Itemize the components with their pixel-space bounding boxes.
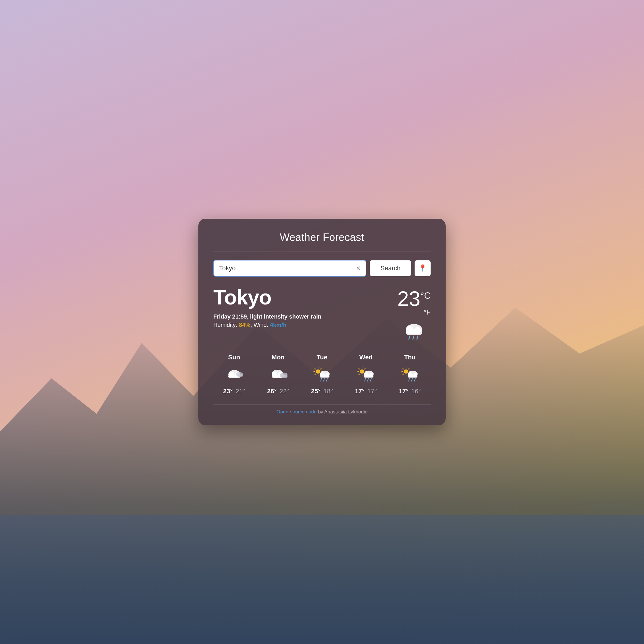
temp-high-thu: 17°: [399, 388, 408, 395]
day-name-wed: Wed: [359, 354, 373, 361]
forecast-icon-sun: [224, 366, 244, 383]
temp-high-mon: 26°: [267, 388, 277, 395]
day-name-thu: Thu: [404, 354, 415, 361]
location-pin-icon: 📍: [418, 264, 427, 272]
humidity-value: 84%: [239, 322, 250, 328]
forecast-icon-wed: [356, 366, 376, 383]
search-input-wrapper: ✕: [213, 260, 366, 277]
temp-low-sun: 21°: [235, 388, 245, 395]
svg-rect-48: [364, 375, 373, 377]
current-weather-icon: [400, 319, 428, 342]
search-button[interactable]: Search: [370, 260, 411, 276]
footer-suffix: by Anastasiia Lykhodid: [317, 409, 367, 415]
temp-low-mon: 22°: [279, 388, 289, 395]
day-name-sun: Sun: [228, 354, 240, 361]
clear-button[interactable]: ✕: [354, 264, 362, 272]
svg-line-4: [409, 336, 410, 339]
svg-line-33: [321, 378, 321, 381]
forecast-temps-tue: 25° 18°: [311, 388, 333, 395]
temp-high-wed: 17°: [355, 388, 365, 395]
city-name: Tokyo: [213, 287, 397, 308]
forecast-day-sun: Sun 23° 21°: [213, 354, 255, 395]
forecast-temps-mon: 26° 22°: [267, 388, 289, 395]
svg-line-65: [409, 378, 409, 381]
svg-line-35: [327, 378, 327, 381]
temp-value: 23: [397, 287, 420, 310]
svg-line-5: [413, 336, 414, 339]
svg-line-25: [315, 368, 316, 369]
temp-low-tue: 18°: [323, 388, 333, 395]
svg-line-67: [414, 378, 415, 381]
svg-line-50: [367, 378, 368, 381]
svg-line-51: [370, 378, 371, 381]
svg-line-27: [315, 374, 316, 375]
day-name-tue: Tue: [317, 354, 327, 361]
forecast-day-mon: Mon 26° 22°: [257, 354, 299, 395]
svg-line-28: [320, 368, 321, 369]
temperature-main: 23°C: [397, 287, 431, 310]
temp-low-thu: 16°: [411, 388, 421, 395]
weather-description: Friday 21:59, light intensity shower rai…: [213, 313, 397, 320]
day-name-mon: Mon: [272, 354, 285, 361]
card-title: Weather Forecast: [213, 231, 431, 244]
svg-point-52: [404, 369, 408, 374]
svg-rect-19: [281, 375, 287, 378]
svg-rect-12: [237, 374, 243, 377]
forecast-day-tue: Tue: [301, 354, 343, 395]
search-row: ✕ Search 📍: [213, 260, 431, 277]
temp-low-wed: 17°: [367, 388, 377, 395]
svg-line-6: [417, 336, 418, 339]
current-weather-section: Tokyo Friday 21:59, light intensity show…: [213, 287, 431, 342]
forecast-icon-tue: [312, 366, 332, 383]
svg-line-43: [359, 374, 360, 375]
open-source-link[interactable]: Open-source code: [277, 409, 317, 415]
forecast-day-wed: Wed 17° 17°: [345, 354, 387, 395]
svg-line-66: [411, 378, 412, 381]
clear-icon: ✕: [356, 265, 361, 272]
forecast-icon-thu: [400, 366, 420, 383]
divider: [213, 252, 431, 252]
temperature-display: 23°C °F: [397, 287, 431, 316]
svg-line-57: [403, 368, 404, 369]
forecast-temps-sun: 23° 21°: [223, 388, 245, 395]
humidity-label: Humidity:: [213, 322, 237, 328]
temp-high-sun: 23°: [223, 388, 233, 395]
svg-rect-3: [406, 331, 422, 335]
temp-and-icon: 23°C °F: [397, 287, 431, 342]
svg-line-41: [359, 368, 360, 369]
city-info: Tokyo Friday 21:59, light intensity show…: [213, 287, 397, 328]
svg-line-44: [364, 368, 365, 369]
svg-rect-32: [320, 375, 329, 377]
svg-rect-64: [408, 375, 417, 377]
card-footer: Open-source code by Anastasiia Lykhodid: [213, 404, 431, 415]
forecast-temps-wed: 17° 17°: [355, 388, 377, 395]
forecast-icon-mon: [268, 366, 288, 383]
forecast-grid: Sun 23° 21° Mon: [213, 354, 431, 395]
svg-line-59: [403, 374, 404, 375]
svg-line-49: [365, 378, 365, 381]
location-button[interactable]: 📍: [415, 260, 431, 276]
svg-line-60: [408, 368, 409, 369]
weather-details: Humidity: 84%, Wind: 4km/h: [213, 322, 397, 328]
temp-high-tue: 25°: [311, 388, 321, 395]
wind-value: 4km/h: [270, 322, 287, 328]
svg-point-36: [360, 369, 364, 374]
city-search-input[interactable]: [213, 260, 366, 277]
temp-unit-c: °C: [420, 290, 431, 301]
weather-card: Weather Forecast ✕ Search 📍 Tokyo Friday…: [198, 219, 446, 425]
forecast-day-thu: Thu 17° 16°: [389, 354, 431, 395]
svg-line-34: [324, 378, 325, 381]
forecast-temps-thu: 17° 16°: [399, 388, 421, 395]
wind-label: Wind:: [254, 322, 268, 328]
svg-point-20: [316, 369, 320, 374]
